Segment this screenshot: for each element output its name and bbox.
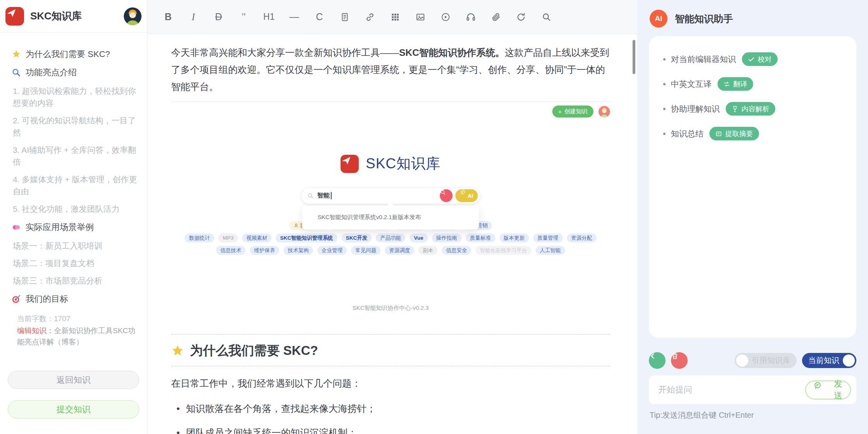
knowledge-tag[interactable]: 视频素材 [242,233,271,242]
search-button[interactable] [440,189,453,202]
parse-button[interactable]: 内容解析 [726,102,775,116]
italic-button[interactable]: I [185,8,202,26]
knowledge-tag[interactable]: 数据统计 [185,233,214,242]
editor-scrollbar[interactable] [633,40,635,74]
knowledge-tag[interactable]: 质量管理 [533,233,563,242]
toc-item[interactable]: 2. 可视化的知识导航结构，一目了然 [12,114,139,138]
user-avatar[interactable] [124,7,142,25]
knowledge-tag[interactable]: 资源分配 [567,233,597,242]
toc-item[interactable]: 5. 社交化功能，激发团队活力 [12,203,139,215]
sidebar: SKC知识库 为什么我们需要 SKC? 功能亮点介绍 1. 超强知识检索能力，轻… [0,0,147,434]
collapse-panel-button[interactable] [649,352,666,369]
image-caption: SKC智能知识协作中心-v0.2.3 [171,304,610,312]
word-count: 当前字数：1707 [17,313,139,324]
toc-item[interactable]: 我们的目标 [12,293,139,305]
chat-input-row: 发送 [649,375,856,404]
knowledge-tag[interactable]: MP3 [218,233,238,242]
audio-button[interactable] [462,8,479,26]
knowledge-tag[interactable]: 版本更新 [500,233,529,242]
submit-knowledge-button[interactable]: 提交知识 [8,400,139,418]
create-knowledge-button[interactable]: + 创建知识 [552,105,593,118]
toc-item[interactable]: 1. 超强知识检索能力，轻松找到你想要的内容 [12,85,139,109]
capability-item: • 中英文互译 翻译 [663,77,849,91]
dotted-divider [171,334,610,335]
toggle-current-knowledge[interactable]: 当前知识 [802,353,856,368]
chat-input[interactable] [658,385,805,395]
toc-item[interactable]: 为什么我们需要 SKC? [12,48,139,60]
knowledge-tag[interactable]: 资源调度 [385,246,414,255]
send-button[interactable]: 发送 [805,380,851,399]
body-paragraph: 在日常工作中，我们经常遇到以下几个问题： [171,377,610,390]
attachment-button[interactable] [487,8,505,26]
link-button[interactable] [361,8,379,26]
image-button[interactable] [412,8,429,26]
assistant-controls: 引用知识库 当前知识 [649,352,856,369]
user-icon [294,223,299,228]
knowledge-tag[interactable]: 质量标准 [466,233,495,242]
knowledge-tag[interactable]: Vue [410,233,427,242]
back-to-knowledge-button[interactable]: 返回知识 [8,371,139,389]
translate-button[interactable]: 翻译 [718,77,753,91]
bullet-dot: • [663,129,666,139]
search-icon [307,192,314,199]
knowledge-tag[interactable]: 产品功能 [376,233,405,242]
dotted-divider [171,366,610,367]
toc-item[interactable]: 场景一：新员工入职培训 [12,240,139,252]
knowledge-tag[interactable]: 智能化在线学习平台 [475,246,531,255]
attach-icon [491,12,501,22]
search-button[interactable] [538,8,555,26]
editor-content[interactable]: 今天非常高兴能和大家分享一款全新知识协作工具——SKC智能知识协作系统。这款产品… [148,34,637,434]
toggle-reference-kb[interactable]: 引用知识库 [735,353,797,368]
export-button[interactable] [512,8,530,26]
bold-button[interactable]: B [159,8,177,26]
clear-chat-button[interactable] [671,352,688,369]
toc-item[interactable]: 3. AI辅助写作 + 全库问答，效率翻倍 [12,144,139,168]
proofread-button[interactable]: 校对 [742,52,778,66]
site-logo-icon [341,155,359,173]
heading-button[interactable]: H1 [260,8,278,26]
section-heading: 为什么我们需要 SKC? [171,342,610,360]
chat-bubble-icon [813,381,830,399]
toc-item[interactable]: 场景三：市场部竞品分析 [12,275,139,287]
video-button[interactable] [437,8,454,26]
horizontal-rule-button[interactable]: — [285,8,303,26]
summarize-button[interactable]: 提取摘要 [709,127,759,140]
member-avatar [598,106,610,118]
ai-assistant-panel: AI 智能知识助手 • 对当前编辑器知识 校对 • 中英文互译 翻译 [637,0,868,434]
document-button[interactable] [336,8,353,26]
ai-search-button[interactable]: AI [455,189,478,202]
search-input[interactable]: 智能 AI [301,187,480,204]
image-icon [415,12,425,22]
export-icon [516,12,526,22]
ai-badge-icon: AI [650,10,667,28]
knowledge-tag[interactable]: 技术架构 [284,246,313,255]
knowledge-tag[interactable]: 常见问题 [351,246,380,255]
check-icon [748,56,755,63]
toc-item[interactable]: 4. 多媒体支持 + 版本管理，创作更自由 [12,173,139,197]
chat-bubble-icon [460,189,466,202]
toc-item[interactable]: 功能亮点介绍 [12,67,139,78]
app-logo-icon [5,7,24,26]
knowledge-tag[interactable]: 信息安全 [442,246,471,255]
knowledge-tag[interactable]: 操作指南 [432,233,462,242]
intro-paragraph: 今天非常高兴能和大家分享一款全新知识协作工具——SKC智能知识协作系统。这款产品… [171,44,610,95]
knowledge-tag[interactable]: 信息技术 [216,246,246,255]
code-button[interactable]: C [311,8,328,26]
assistant-capabilities-card: • 对当前编辑器知识 校对 • 中英文互译 翻译 • 协助理解知 [649,36,856,338]
knowledge-tag[interactable]: 维护保养 [250,246,279,255]
toc-item[interactable]: 场景二：项目复盘文档 [12,257,139,269]
plus-icon: + [558,108,562,115]
toc-item[interactable]: 实际应用场景举例 [12,221,139,233]
knowledge-search: 智能 AI SKC智能知识管理系统v0.2.1新版本发布 [301,187,480,204]
strikethrough-button[interactable]: D [210,8,227,26]
knowledge-tag[interactable]: 人工智能 [536,246,565,255]
knowledge-tag[interactable]: SKC智能知识管理系统 [276,233,337,242]
knowledge-tag[interactable]: SKC开发 [342,233,372,242]
table-button[interactable] [386,8,404,26]
suggestion-item[interactable]: SKC智能知识管理系统v0.2.1新版本发布 [302,206,479,221]
knowledge-tag[interactable]: 副本 [418,246,437,255]
toggle-knob [736,354,748,367]
audio-icon [466,12,476,22]
quote-button[interactable]: " [235,8,252,26]
knowledge-tag[interactable]: 企业管理 [317,246,347,255]
